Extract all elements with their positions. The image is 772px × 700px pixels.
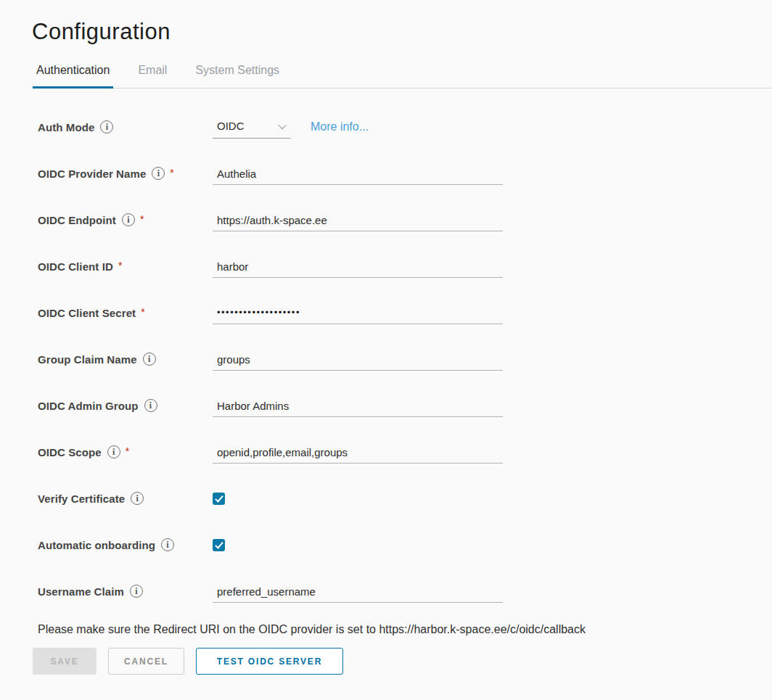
oidc-endpoint-info-icon[interactable]: i xyxy=(122,213,135,226)
oidc-client-id-input[interactable] xyxy=(213,255,503,278)
field-label: Auth Mode xyxy=(38,121,94,133)
required-asterisk: * xyxy=(118,260,123,271)
field-label-group: Group Claim Name i xyxy=(38,353,213,366)
field-control xyxy=(213,493,225,505)
auth-mode-select[interactable]: OIDC xyxy=(213,115,291,139)
test-oidc-server-button[interactable]: TEST OIDC SERVER xyxy=(196,648,343,675)
chevron-down-icon xyxy=(278,120,286,128)
auth-mode-selected-value: OIDC xyxy=(217,120,245,132)
tab-authentication[interactable]: Authentication xyxy=(33,57,113,88)
configuration-page: Configuration Authentication Email Syste… xyxy=(0,19,772,700)
field-control xyxy=(213,208,503,231)
required-asterisk: * xyxy=(170,167,174,178)
field-label-group: Auth Mode i xyxy=(38,120,213,133)
field-control xyxy=(213,347,503,371)
field-label-group: Username Claim i xyxy=(38,585,213,598)
oidc-client-secret-input[interactable] xyxy=(213,301,503,324)
group-claim-name-input[interactable] xyxy=(213,347,503,371)
automatic-onboarding-checkbox[interactable] xyxy=(213,539,225,551)
auth-form: Auth Mode i OIDCMore info... OIDC Provid… xyxy=(38,112,772,606)
field-label-group: Verify Certificate i xyxy=(38,492,213,505)
field-label: Automatic onboarding xyxy=(38,539,155,551)
field-label: OIDC Client Secret xyxy=(38,307,136,319)
verify-certificate-checkbox[interactable] xyxy=(213,493,225,505)
field-row-oidc-scope: OIDC Scope i * xyxy=(38,437,772,466)
field-control xyxy=(213,301,503,324)
tab-system-settings[interactable]: System Settings xyxy=(192,57,283,88)
field-label: OIDC Provider Name xyxy=(38,168,146,180)
field-control xyxy=(213,580,503,603)
required-asterisk: * xyxy=(126,445,130,457)
oidc-provider-name-input[interactable] xyxy=(213,162,503,185)
tabbar: Authentication Email System Settings xyxy=(33,57,772,88)
redirect-uri-note: Please make sure the Redirect URI on the… xyxy=(38,623,772,636)
field-row-username-claim: Username Claim i xyxy=(38,577,772,606)
oidc-admin-group-info-icon[interactable]: i xyxy=(144,399,157,412)
field-label: Username Claim xyxy=(38,585,124,598)
more-info-link[interactable]: More info... xyxy=(311,120,369,133)
tab-email[interactable]: Email xyxy=(134,57,171,88)
field-row-oidc-client-secret: OIDC Client Secret * xyxy=(38,298,772,327)
field-label: Group Claim Name xyxy=(38,353,137,366)
username-claim-input[interactable] xyxy=(213,580,503,603)
oidc-admin-group-input[interactable] xyxy=(213,394,503,417)
field-label: OIDC Scope xyxy=(38,446,102,458)
field-control xyxy=(213,440,503,464)
field-row-oidc-client-id: OIDC Client ID * xyxy=(38,252,772,281)
field-label-group: OIDC Scope i * xyxy=(38,445,213,458)
button-row: SAVE CANCEL TEST OIDC SERVER xyxy=(33,648,772,675)
required-asterisk: * xyxy=(141,306,145,318)
field-control xyxy=(213,394,503,417)
field-label: OIDC Client ID xyxy=(38,260,113,273)
field-row-group-claim-name: Group Claim Name i xyxy=(38,345,772,374)
save-button[interactable]: SAVE xyxy=(33,648,96,675)
field-row-oidc-provider-name: OIDC Provider Name i * xyxy=(38,159,772,188)
field-control xyxy=(213,162,503,185)
field-label: OIDC Admin Group xyxy=(38,400,139,412)
oidc-scope-input[interactable] xyxy=(213,440,503,464)
page-title: Configuration xyxy=(32,19,772,45)
field-label-group: OIDC Admin Group i xyxy=(38,399,213,412)
field-control: OIDCMore info... xyxy=(213,115,369,139)
field-label-group: OIDC Endpoint i * xyxy=(38,213,213,226)
field-label-group: OIDC Provider Name i * xyxy=(38,167,213,180)
required-asterisk: * xyxy=(140,213,144,225)
username-claim-info-icon[interactable]: i xyxy=(130,585,143,598)
cancel-button[interactable]: CANCEL xyxy=(108,648,184,675)
group-claim-name-info-icon[interactable]: i xyxy=(143,353,156,366)
field-label-group: Automatic onboarding i xyxy=(38,538,213,551)
field-control xyxy=(213,255,503,278)
field-row-oidc-endpoint: OIDC Endpoint i * xyxy=(38,205,772,234)
field-label-group: OIDC Client ID * xyxy=(38,260,213,273)
field-label-group: OIDC Client Secret * xyxy=(38,307,213,319)
field-row-verify-certificate: Verify Certificate i xyxy=(38,484,772,513)
field-control xyxy=(213,539,225,551)
oidc-scope-info-icon[interactable]: i xyxy=(107,445,120,458)
oidc-endpoint-input[interactable] xyxy=(213,208,503,231)
field-row-auth-mode: Auth Mode i OIDCMore info... xyxy=(38,112,772,141)
field-row-oidc-admin-group: OIDC Admin Group i xyxy=(38,391,772,420)
field-label: Verify Certificate xyxy=(38,493,125,505)
field-row-automatic-onboarding: Automatic onboarding i xyxy=(38,530,772,559)
auth-mode-info-icon[interactable]: i xyxy=(100,120,113,133)
oidc-provider-name-info-icon[interactable]: i xyxy=(152,167,165,180)
field-label: OIDC Endpoint xyxy=(38,214,116,226)
automatic-onboarding-info-icon[interactable]: i xyxy=(161,538,174,551)
verify-certificate-info-icon[interactable]: i xyxy=(131,492,144,505)
